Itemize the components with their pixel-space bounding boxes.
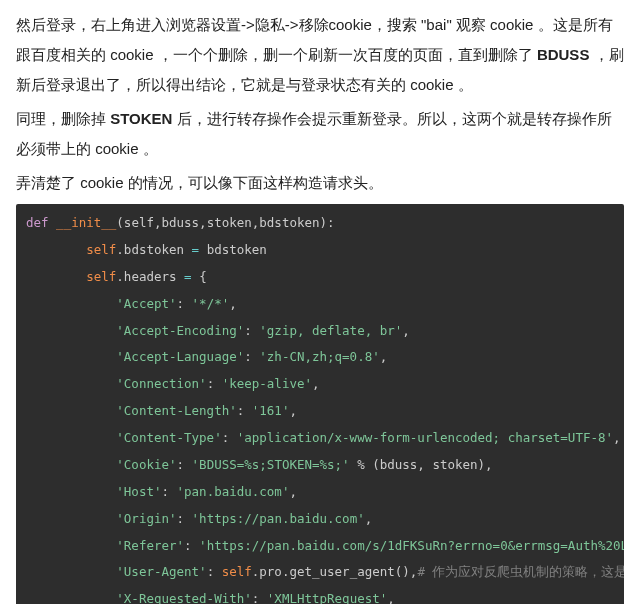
- op-eq: =: [184, 269, 192, 284]
- val-accept: '*/*': [192, 296, 230, 311]
- rhs: bdstoken: [207, 242, 267, 257]
- val-origin: 'https://pan.baidu.com': [192, 511, 365, 526]
- key-content-type: 'Content-Type': [116, 430, 221, 445]
- key-cookie: 'Cookie': [116, 457, 176, 472]
- attr: headers: [124, 269, 177, 284]
- val-host: 'pan.baidu.com': [177, 484, 290, 499]
- text: 同理，删除掉: [16, 110, 110, 127]
- dot: .: [116, 242, 124, 257]
- ua-call: .pro.get_user_agent(),: [252, 564, 418, 579]
- fmt-args: % (bduss, stoken): [350, 457, 485, 472]
- key-accept: 'Accept': [116, 296, 176, 311]
- key-referer: 'Referer': [116, 538, 184, 553]
- self: self: [86, 269, 116, 284]
- key-content-length: 'Content-Length': [116, 403, 236, 418]
- article-text: 然后登录，右上角进入浏览器设置->隐私->移除cookie，搜索 "bai" 观…: [16, 10, 624, 198]
- code-block-container: def __init__(self,bduss,stoken,bdstoken)…: [16, 204, 624, 604]
- val-accept-encoding: 'gzip, deflate, br': [259, 323, 402, 338]
- colon: :: [327, 215, 335, 230]
- fn-name: __init__: [56, 215, 116, 230]
- bold-stoken: STOKEN: [110, 110, 172, 127]
- key-x-requested-with: 'X-Requested-With': [116, 591, 251, 604]
- code-block: def __init__(self,bduss,stoken,bdstoken)…: [16, 204, 624, 604]
- text: 然后登录，右上角进入浏览器设置->隐私->移除cookie，搜索 "bai" 观…: [16, 16, 613, 63]
- key-user-agent: 'User-Agent': [116, 564, 206, 579]
- paragraph-2: 同理，删除掉 STOKEN 后，进行转存操作会提示重新登录。所以，这两个就是转存…: [16, 104, 624, 164]
- attr: bdstoken: [124, 242, 184, 257]
- paren: (: [116, 215, 124, 230]
- val-x-requested-with: 'XMLHttpRequest': [267, 591, 387, 604]
- val-referer: 'https://pan.baidu.com/s/1dFKSuRn?errno=…: [199, 538, 624, 553]
- paragraph-1: 然后登录，右上角进入浏览器设置->隐私->移除cookie，搜索 "bai" 观…: [16, 10, 624, 100]
- self: self: [222, 564, 252, 579]
- key-origin: 'Origin': [116, 511, 176, 526]
- key-connection: 'Connection': [116, 376, 206, 391]
- val-content-length: '161': [252, 403, 290, 418]
- paragraph-3: 弄清楚了 cookie 的情况，可以像下面这样构造请求头。: [16, 168, 624, 198]
- params: self,bduss,stoken,bdstoken: [124, 215, 320, 230]
- key-accept-language: 'Accept-Language': [116, 349, 244, 364]
- comment: # 作为应对反爬虫机制的策略，这是博主: [417, 564, 624, 579]
- val-cookie: 'BDUSS=%s;STOKEN=%s;': [192, 457, 350, 472]
- key-host: 'Host': [116, 484, 161, 499]
- val-connection: 'keep-alive': [222, 376, 312, 391]
- kw-def: def: [26, 215, 49, 230]
- val-accept-language: 'zh-CN,zh;q=0.8': [259, 349, 379, 364]
- dot: .: [116, 269, 124, 284]
- key-accept-encoding: 'Accept-Encoding': [116, 323, 244, 338]
- op-eq: =: [192, 242, 200, 257]
- paren: ): [320, 215, 328, 230]
- bold-bduss: BDUSS: [537, 46, 590, 63]
- brace: {: [199, 269, 207, 284]
- self: self: [86, 242, 116, 257]
- val-content-type: 'application/x-www-form-urlencoded; char…: [237, 430, 613, 445]
